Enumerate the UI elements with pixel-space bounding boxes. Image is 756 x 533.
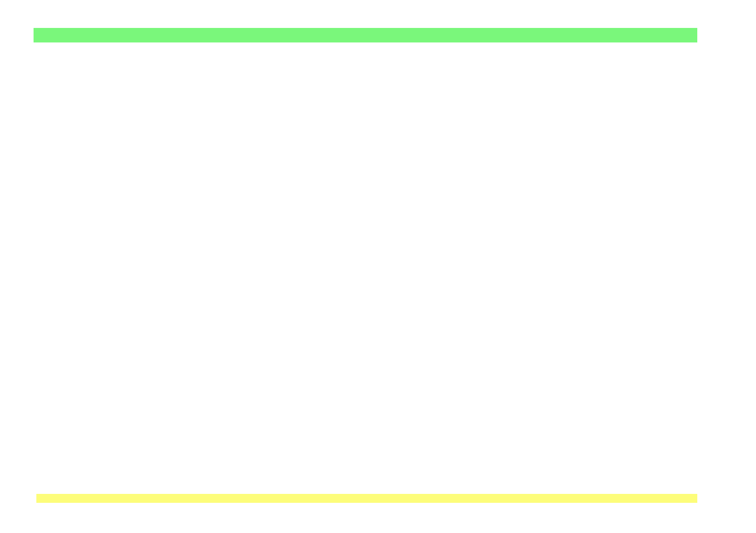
page-container: [0, 0, 756, 533]
top-highlight-bar: [34, 28, 697, 42]
bottom-highlight-bar: [36, 494, 697, 503]
